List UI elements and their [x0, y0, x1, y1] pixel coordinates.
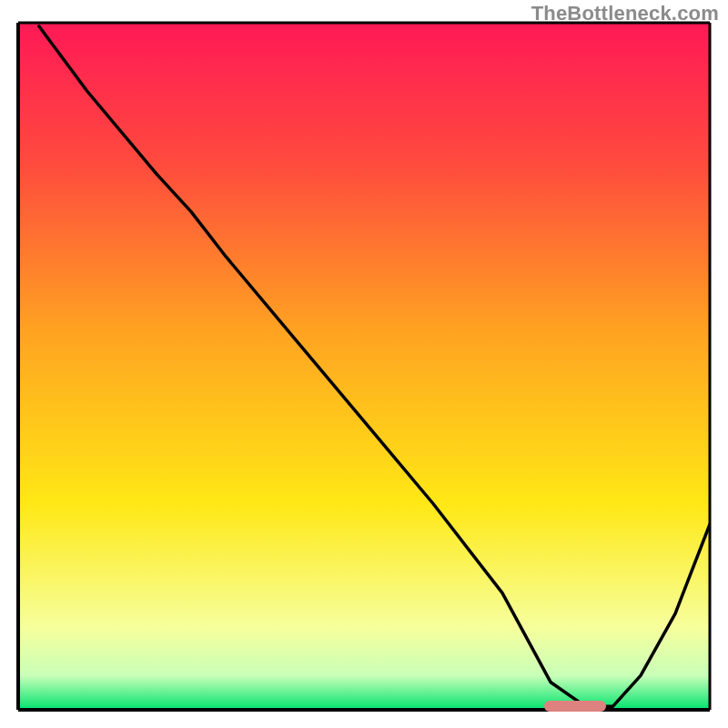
chart-container: TheBottleneck.com [0, 0, 728, 728]
watermark-text: TheBottleneck.com [531, 2, 719, 25]
chart-svg [0, 0, 728, 728]
lowest-region-bar [544, 701, 606, 712]
gradient-background [18, 23, 710, 710]
